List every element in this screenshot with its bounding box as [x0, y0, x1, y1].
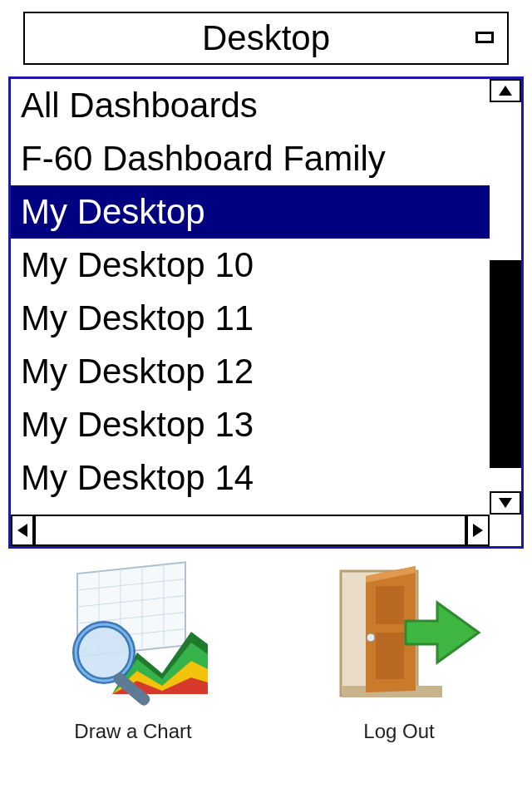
action-label: Draw a Chart [74, 720, 191, 743]
scroll-down-button[interactable] [490, 491, 521, 515]
scroll-left-button[interactable] [11, 515, 34, 546]
dropdown-list[interactable]: All Dashboards F-60 Dashboard Family My … [11, 79, 490, 515]
horizontal-scrollbar[interactable] [11, 515, 490, 546]
dropdown-item[interactable]: My Desktop 11 [11, 292, 490, 345]
chevron-up-icon [499, 86, 512, 96]
chevron-down-icon [499, 498, 512, 508]
log-out-button[interactable]: Log Out [266, 557, 532, 773]
dropdown-item[interactable]: My Desktop 10 [11, 239, 490, 292]
dropdown-item[interactable]: All Dashboards [11, 79, 490, 132]
dropdown-item[interactable]: F-60 Dashboard Family [11, 132, 490, 185]
dropdown-item[interactable]: My Desktop 12 [11, 345, 490, 398]
action-label: Log Out [363, 720, 434, 743]
action-bar: Draw a Chart Log Out [0, 557, 532, 773]
scroll-track[interactable] [490, 102, 521, 491]
scroll-corner [490, 515, 521, 546]
scroll-right-button[interactable] [466, 515, 490, 546]
page-title: Desktop [25, 18, 507, 58]
dropdown-item[interactable]: My Desktop 14 [11, 451, 490, 505]
svg-point-22 [367, 633, 375, 642]
vertical-scrollbar[interactable] [490, 79, 521, 515]
dashboard-dropdown[interactable]: All Dashboards F-60 Dashboard Family My … [8, 76, 524, 549]
chevron-left-icon [17, 524, 27, 537]
title-bar: Desktop [23, 12, 509, 65]
window-restore-icon[interactable] [475, 32, 494, 43]
draw-chart-button[interactable]: Draw a Chart [0, 557, 266, 773]
chevron-right-icon [473, 524, 483, 537]
dropdown-item[interactable]: My Desktop 13 [11, 398, 490, 451]
svg-rect-20 [376, 586, 404, 624]
door-exit-icon [316, 557, 482, 715]
svg-rect-21 [376, 633, 404, 679]
dropdown-item-selected[interactable]: My Desktop [11, 185, 490, 239]
chart-magnifier-icon [50, 557, 216, 715]
scroll-track[interactable] [34, 515, 466, 546]
scroll-thumb[interactable] [490, 260, 521, 468]
scroll-up-button[interactable] [490, 79, 521, 102]
